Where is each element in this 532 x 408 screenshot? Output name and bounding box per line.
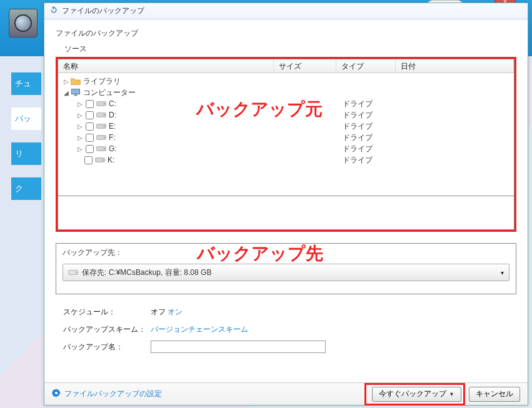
tree-item-label: K: <box>108 156 114 164</box>
tree-item-label: C: <box>109 99 116 108</box>
drive-checkbox[interactable] <box>86 145 94 153</box>
tree-item-type: ドライブ <box>343 155 373 166</box>
list-header: 名称 サイズ タイプ 日付 <box>58 59 514 73</box>
destination-dropdown[interactable]: 保存先: C:¥MCsBackup, 容量: 8.08 GB ▾ <box>63 264 509 281</box>
dialog-heading: ファイルのバックアップ <box>56 28 516 39</box>
vault-icon <box>9 9 38 37</box>
schedule-off: オフ <box>151 307 166 316</box>
source-panel: 名称 サイズ タイプ 日付 ▷ ライブラリ <box>58 59 514 196</box>
destination-group: バックアップ先： バックアップ先 保存先: C:¥MCsBackup, 容量: … <box>56 243 516 294</box>
cancel-button[interactable]: キャンセル <box>469 387 520 402</box>
drive-icon <box>96 111 106 119</box>
settings-link[interactable]: ファイルバックアップの設定 <box>52 389 162 399</box>
drive-icon <box>96 122 106 131</box>
tree-item-type: ドライブ <box>343 121 373 132</box>
tree-drive[interactable]: K: ドライブ <box>58 154 514 166</box>
drive-checkbox[interactable] <box>86 100 94 108</box>
tree-item-type: ドライブ <box>343 99 373 109</box>
svg-point-13 <box>104 148 105 149</box>
expand-icon[interactable]: ▷ <box>77 146 83 152</box>
drive-checkbox[interactable] <box>84 156 93 164</box>
dialog-footer: ファイルバックアップの設定 今すぐバックアップ ▼ キャンセル <box>44 382 528 405</box>
library-icon <box>71 77 81 86</box>
tree-drive[interactable]: ▷ D: ドライブ <box>58 109 514 121</box>
destination-value: 保存先: C:¥MCsBackup, 容量: 8.08 GB <box>82 267 211 278</box>
backup-name-input[interactable] <box>151 341 326 353</box>
tree-item-type: ドライブ <box>343 110 373 121</box>
collapse-icon[interactable]: ◢ <box>63 89 69 96</box>
backup-now-button[interactable]: 今すぐバックアップ ▼ <box>372 387 461 402</box>
drive-icon <box>68 268 78 277</box>
button-label: キャンセル <box>476 389 513 399</box>
tree-drive[interactable]: ▷ E: ドライブ <box>58 121 514 132</box>
gear-icon <box>52 389 61 399</box>
side-tab-3[interactable]: ク <box>11 177 41 200</box>
tree-drive[interactable]: ▷ F: ドライブ <box>58 132 514 143</box>
computer-icon <box>71 88 81 97</box>
settings-link-label: ファイルバックアップの設定 <box>64 389 162 399</box>
button-label: 今すぐバックアップ <box>379 389 446 399</box>
tree-item-label: G: <box>109 144 117 153</box>
svg-point-17 <box>76 272 77 273</box>
tree-item-label: E: <box>109 122 116 131</box>
expand-icon[interactable]: ▷ <box>63 78 69 85</box>
tree-drive[interactable]: ▷ G: ドライブ <box>58 143 514 154</box>
svg-point-15 <box>103 159 104 161</box>
drive-icon <box>95 156 105 164</box>
schedule-on-link[interactable]: オン <box>168 307 183 316</box>
drive-checkbox[interactable] <box>86 134 94 142</box>
chevron-down-icon: ▼ <box>449 391 454 397</box>
svg-point-5 <box>104 103 105 104</box>
annotation-dest: バックアップ先 <box>197 242 323 266</box>
refresh-icon <box>49 6 58 16</box>
svg-point-11 <box>104 137 105 138</box>
tree-item-label: ライブラリ <box>83 76 121 87</box>
destination-label: バックアップ先： <box>63 247 123 258</box>
tree-library[interactable]: ▷ ライブラリ <box>58 76 514 87</box>
side-tab-0[interactable]: チュ <box>11 72 41 95</box>
backup-dialog: ファイルのバックアップ ファイルのバックアップ ソース 名称 サイズ タイプ 日… <box>44 2 528 406</box>
col-type[interactable]: タイプ <box>336 59 396 72</box>
source-tree[interactable]: ▷ ライブラリ ◢ コンピューター ▷ <box>58 73 514 168</box>
expand-icon[interactable]: ▷ <box>77 112 83 119</box>
drive-icon <box>96 144 106 153</box>
svg-point-9 <box>104 126 105 127</box>
dialog-titlebar: ファイルのバックアップ <box>44 3 528 19</box>
svg-rect-3 <box>74 94 77 96</box>
drive-checkbox[interactable] <box>86 111 94 119</box>
col-date[interactable]: 日付 <box>396 59 514 72</box>
col-name[interactable]: 名称 <box>58 59 274 72</box>
side-tab-1[interactable]: バッ <box>11 107 41 130</box>
tree-item-type: ドライブ <box>343 144 373 154</box>
drive-icon <box>96 99 106 108</box>
expand-icon[interactable]: ▷ <box>77 123 83 130</box>
scheme-link[interactable]: バージョンチェーンスキーム <box>151 325 248 334</box>
col-size[interactable]: サイズ <box>274 59 336 72</box>
expand-icon[interactable]: ▷ <box>77 134 83 141</box>
tree-item-label: D: <box>109 111 116 119</box>
tree-item-type: ドライブ <box>343 132 373 143</box>
backup-name-label: バックアップ名： <box>63 342 151 352</box>
scheme-label: バックアップスキーム： <box>63 324 151 335</box>
dialog-title: ファイルのバックアップ <box>62 6 144 16</box>
tree-computer[interactable]: ◢ コンピューター <box>58 87 514 98</box>
source-label: ソース <box>64 44 516 54</box>
svg-point-7 <box>104 114 105 116</box>
side-tab-2[interactable]: リ <box>11 142 41 165</box>
expand-icon[interactable]: ▷ <box>77 101 83 107</box>
chevron-down-icon: ▾ <box>501 269 504 276</box>
drive-checkbox[interactable] <box>86 122 94 131</box>
tree-drive[interactable]: ▷ C: ドライブ <box>58 98 514 109</box>
tree-item-label: F: <box>109 133 116 142</box>
drive-icon <box>96 133 106 142</box>
schedule-label: スケジュール： <box>63 307 151 317</box>
svg-rect-2 <box>71 89 79 94</box>
tree-item-label: コンピューター <box>83 87 136 98</box>
